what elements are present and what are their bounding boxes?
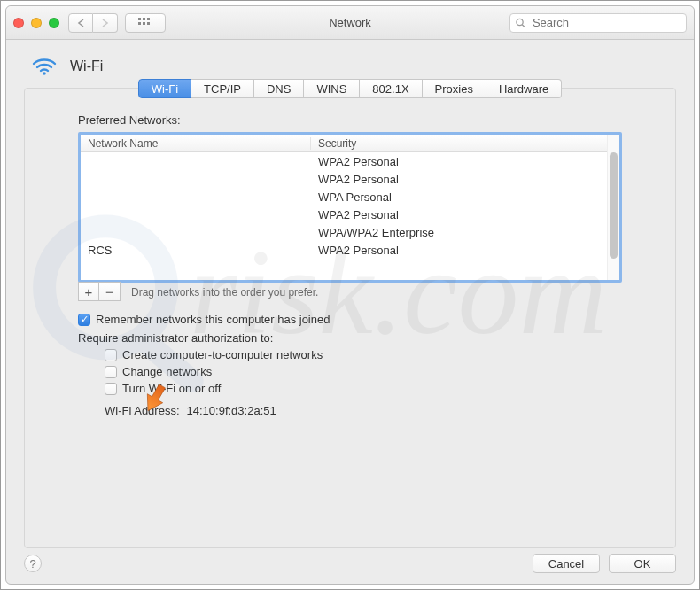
checkbox-icon <box>105 349 117 361</box>
tab-bar: Wi-Fi TCP/IP DNS WINS 802.1X Proxies Har… <box>25 79 675 98</box>
svg-rect-5 <box>147 22 150 25</box>
show-all-button[interactable] <box>125 13 166 33</box>
wifi-address-value: 14:10:9f:d3:2a:51 <box>187 404 276 417</box>
tab-8021x[interactable]: 802.1X <box>360 79 422 98</box>
turn-wifi-checkbox-row[interactable]: Turn Wi-Fi on or off <box>105 382 675 395</box>
svg-line-7 <box>522 24 525 27</box>
tab-proxies[interactable]: Proxies <box>423 79 486 98</box>
table-row[interactable]: WPA2 Personal <box>81 152 607 170</box>
grid-icon <box>138 18 152 28</box>
minus-icon: − <box>105 284 113 299</box>
svg-rect-3 <box>138 22 141 25</box>
preferred-networks-label: Preferred Networks: <box>78 113 675 127</box>
svg-rect-2 <box>147 18 150 20</box>
remember-label: Remember networks this computer has join… <box>96 313 330 326</box>
search-input[interactable] <box>531 15 681 30</box>
scrollbar[interactable] <box>607 135 619 280</box>
turn-wifi-label: Turn Wi-Fi on or off <box>122 382 221 395</box>
pane-heading: Wi-Fi <box>31 56 676 77</box>
table-row[interactable]: WPA2 Personal <box>81 170 607 188</box>
table-row[interactable]: WPA Personal <box>81 188 607 206</box>
tab-wins[interactable]: WINS <box>304 79 360 98</box>
tab-tcpip[interactable]: TCP/IP <box>191 79 254 98</box>
table-row[interactable]: WPA2 Personal <box>81 206 607 223</box>
drag-hint: Drag networks into the order you prefer. <box>131 286 318 299</box>
back-button[interactable] <box>68 13 93 33</box>
settings-group: Wi-Fi TCP/IP DNS WINS 802.1X Proxies Har… <box>24 88 676 548</box>
svg-point-6 <box>517 19 523 25</box>
wifi-address: Wi-Fi Address: 14:10:9f:d3:2a:51 <box>105 404 675 417</box>
tab-wifi[interactable]: Wi-Fi <box>138 79 191 98</box>
plus-icon: + <box>85 284 93 299</box>
close-icon[interactable] <box>13 18 24 28</box>
forward-button[interactable] <box>93 13 118 33</box>
list-header: Network Name Security <box>81 135 607 152</box>
create-adhoc-checkbox-row[interactable]: Create computer-to-computer networks <box>105 348 675 361</box>
preferred-networks-list[interactable]: Network Name Security WPA2 Personal WPA2… <box>78 132 622 283</box>
footer: ? Cancel OK <box>6 547 694 584</box>
tab-hardware[interactable]: Hardware <box>486 79 562 98</box>
search-icon <box>516 18 525 28</box>
column-security[interactable]: Security <box>311 137 607 150</box>
svg-rect-4 <box>143 22 145 25</box>
preferences-window: Network Wi-Fi Wi-Fi TCP/IP <box>5 5 695 585</box>
scroll-thumb[interactable] <box>610 152 618 259</box>
checkbox-icon <box>105 366 117 378</box>
ok-button[interactable]: OK <box>609 554 676 573</box>
wifi-address-label: Wi-Fi Address: <box>105 404 180 417</box>
help-button[interactable]: ? <box>24 555 42 572</box>
help-icon: ? <box>29 557 35 571</box>
create-adhoc-label: Create computer-to-computer networks <box>122 348 323 361</box>
column-network-name[interactable]: Network Name <box>81 137 311 150</box>
svg-point-8 <box>43 72 46 75</box>
search-field[interactable] <box>509 13 687 33</box>
checkbox-checked-icon: ✓ <box>78 314 90 326</box>
add-button[interactable]: + <box>78 282 99 301</box>
table-row[interactable]: RCSWPA2 Personal <box>81 241 607 259</box>
checkbox-icon <box>105 383 117 395</box>
svg-rect-1 <box>143 18 145 20</box>
pane-title: Wi-Fi <box>70 58 103 74</box>
change-networks-checkbox-row[interactable]: Change networks <box>105 365 675 378</box>
wifi-icon <box>31 56 58 77</box>
tab-dns[interactable]: DNS <box>254 79 304 98</box>
remove-button[interactable]: − <box>99 282 121 301</box>
table-row[interactable]: WPA/WPA2 Enterprise <box>81 223 607 241</box>
nav-buttons <box>68 13 118 33</box>
cancel-button[interactable]: Cancel <box>533 554 600 573</box>
window-controls <box>13 18 59 28</box>
minimize-icon[interactable] <box>31 18 42 28</box>
remember-checkbox-row[interactable]: ✓ Remember networks this computer has jo… <box>78 313 675 326</box>
require-auth-label: Require administrator authorization to: <box>78 331 675 345</box>
titlebar: Network <box>6 6 694 40</box>
svg-rect-0 <box>138 18 141 20</box>
change-networks-label: Change networks <box>122 365 212 378</box>
zoom-icon[interactable] <box>49 18 59 28</box>
